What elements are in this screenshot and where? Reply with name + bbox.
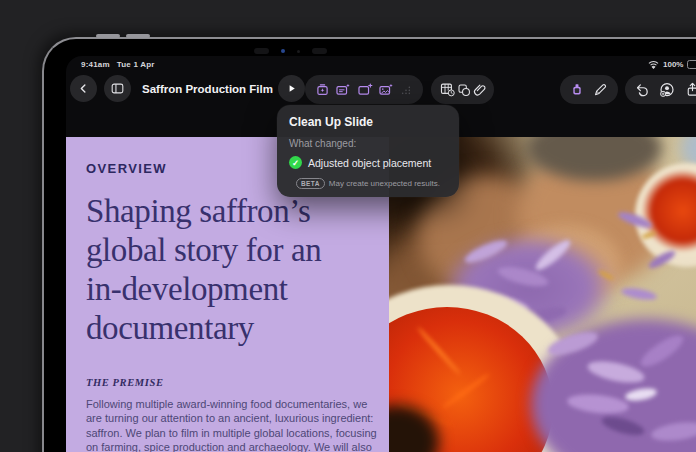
volume-down-button (126, 34, 150, 38)
heading-line: Shaping saffron’s (86, 192, 369, 231)
format-tools-pill (560, 75, 618, 104)
format-button-active[interactable] (569, 81, 585, 98)
change-item-label: Adjusted object placement (308, 157, 431, 169)
camera-lens-icon (281, 49, 285, 53)
back-button[interactable] (70, 75, 97, 102)
slide-navigator-icon (110, 81, 125, 96)
insert-tools-pill (431, 75, 494, 104)
heading-line: documentary (86, 309, 369, 348)
beta-row: BETA May create unexpected results. (289, 178, 447, 189)
check-circle-icon: ✓ (289, 156, 302, 169)
beta-note: May create unexpected results. (329, 179, 440, 188)
premise-body: Following multiple award-winning food do… (86, 397, 382, 452)
toolbar-left-group: Saffron Production Film (70, 75, 299, 102)
heading-line: global story for an (86, 231, 369, 270)
draw-icon[interactable] (592, 81, 609, 98)
share-button[interactable] (684, 81, 696, 98)
status-date: Tue 1 Apr (117, 60, 155, 69)
attach-media-button[interactable] (472, 82, 488, 98)
camera-dot-icon (297, 50, 300, 53)
change-row: ✓ Adjusted object placement (289, 156, 447, 169)
desktop-background: { "status_bar": { "time": "9:41am", "dat… (0, 0, 696, 452)
clean-up-slide-button[interactable] (314, 81, 331, 98)
status-time: 9:41am (81, 60, 110, 69)
ipad-device-frame: 9:41amTue 1 Apr 100% Saffron Production … (42, 37, 696, 452)
shapes-button[interactable] (456, 82, 472, 98)
play-icon (285, 82, 298, 95)
slide-heading: Shaping saffron’s global story for an in… (86, 192, 369, 348)
battery-percent: 100% (663, 60, 683, 69)
camera-sensor-icon (254, 48, 269, 54)
popover-subtitle: What changed: (289, 138, 447, 149)
heading-line: in-development (86, 270, 369, 309)
dot-chart-dimmed-icon (398, 82, 414, 98)
slide-navigator-button[interactable] (104, 75, 131, 102)
add-slide-button[interactable] (356, 81, 374, 98)
popover-title: Clean Up Slide (289, 115, 447, 129)
actions-pill (625, 75, 696, 104)
table-insert-button[interactable] (439, 81, 456, 98)
battery-icon (687, 60, 696, 69)
document-title[interactable]: Saffron Production Film (142, 83, 273, 95)
back-chevron-icon (77, 82, 90, 95)
wifi-icon (648, 60, 659, 69)
undo-button[interactable] (634, 81, 651, 98)
volume-up-button (96, 34, 120, 38)
beta-badge: BETA (296, 178, 325, 189)
ipad-screen: 9:41amTue 1 Apr 100% Saffron Production … (66, 56, 696, 452)
ai-tools-pill (305, 75, 423, 104)
play-button[interactable] (278, 75, 305, 102)
collaborate-button[interactable] (658, 81, 676, 99)
front-camera-array (254, 48, 327, 54)
generate-image-sparkle-button[interactable] (377, 81, 395, 98)
clean-up-slide-popover: Clean Up Slide What changed: ✓ Adjusted … (277, 105, 459, 197)
premise-label: THE PREMISE (86, 377, 369, 388)
camera-sensor-icon (312, 48, 327, 54)
compose-slide-sparkle-button[interactable] (334, 81, 352, 98)
status-bar-left: 9:41amTue 1 Apr (81, 60, 162, 69)
status-bar-right: 100% (648, 60, 696, 69)
